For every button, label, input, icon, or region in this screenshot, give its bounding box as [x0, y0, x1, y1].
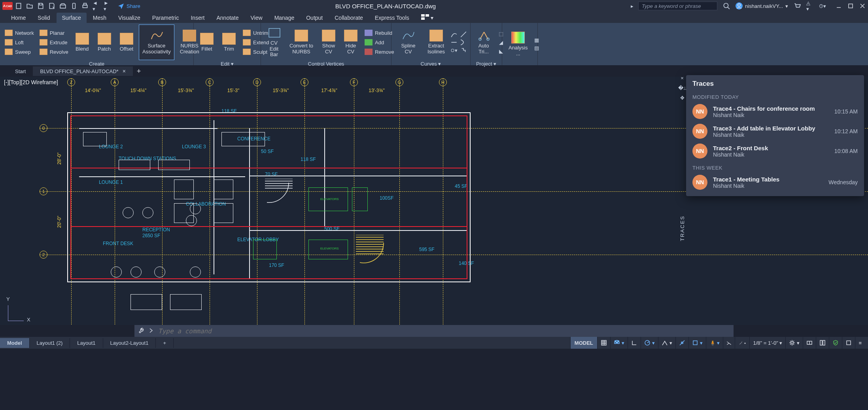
tab-home[interactable]: Home	[6, 13, 31, 23]
snap-icon[interactable]: ▾	[610, 337, 628, 349]
autodesk-icon[interactable]: ◬ ▾	[806, 2, 813, 9]
gizmo-icon[interactable]: ⋋	[723, 337, 735, 349]
curve-tool-2[interactable]	[450, 39, 458, 46]
tab-featured-apps[interactable]: ▾	[416, 12, 439, 23]
surface-associativity-button[interactable]: Surface Associativity	[139, 25, 174, 60]
close-traces-icon[interactable]: ×	[681, 75, 684, 81]
tab-insert[interactable]: Insert	[185, 13, 210, 23]
tab-mesh[interactable]: Mesh	[87, 13, 112, 23]
add-cv-button[interactable]: Add	[363, 38, 395, 46]
hide-cv-button[interactable]: Hide CV	[341, 25, 361, 60]
planar-button[interactable]: Planar	[38, 29, 70, 37]
new-icon[interactable]	[15, 2, 22, 9]
tab-visualize[interactable]: Visualize	[113, 13, 146, 23]
show-cv-button[interactable]: Show CV	[319, 25, 339, 60]
auto-trim-button[interactable]: Auto Tri...	[474, 25, 494, 60]
search-box[interactable]: Type a keyword or phrase	[638, 2, 717, 10]
tab-annotate[interactable]: Annotate	[211, 13, 244, 23]
analysis-tool-2[interactable]: ▨	[533, 45, 540, 52]
user-menu[interactable]: nishant.naikVY...▾	[736, 2, 788, 9]
trusted-icon[interactable]	[829, 337, 842, 349]
extract-isolines-button[interactable]: Extract Isolines	[424, 25, 448, 60]
modelspace-toggle[interactable]: MODEL	[570, 337, 597, 349]
panel-project-label[interactable]: Project ▾	[474, 60, 499, 67]
sweep-button[interactable]: Sweep	[3, 48, 36, 56]
customize-icon[interactable]: ≡	[855, 337, 865, 349]
ucs-icon[interactable]: Y X	[8, 300, 29, 321]
settings-traces-icon[interactable]: ✥	[680, 95, 685, 101]
spline-cv-button[interactable]: Spline CV	[395, 25, 422, 60]
tab-output[interactable]: Output	[301, 13, 328, 23]
cv-edit-bar-button[interactable]: CV Edit Bar	[264, 25, 284, 60]
tab-solid[interactable]: Solid	[32, 13, 55, 23]
trace-item[interactable]: NN Trace3 - Add table in Elevator Lobby …	[686, 121, 864, 141]
rebuild-button[interactable]: Rebuild	[363, 29, 395, 37]
save-icon[interactable]	[37, 2, 44, 9]
annoscale-icon[interactable]: ⟋⋆	[735, 337, 749, 349]
share-button[interactable]: Share	[118, 3, 140, 9]
trace-item[interactable]: NN Trace2 - Front Desk Nishant Naik 10:0…	[686, 141, 864, 161]
ortho-icon[interactable]	[628, 337, 641, 349]
trace-item[interactable]: NN Trace4 - Chairs for conference room N…	[686, 102, 864, 121]
curve-tool-3[interactable]: ▾	[450, 47, 458, 54]
layout-1[interactable]: Layout1	[70, 338, 103, 348]
osnap-icon[interactable]	[675, 337, 688, 349]
open-icon[interactable]	[26, 2, 33, 9]
command-input[interactable]	[158, 327, 734, 335]
trim-button[interactable]: Trim	[219, 25, 239, 60]
analysis-button[interactable]: Analysis ...	[505, 26, 531, 62]
tab-parametric[interactable]: Parametric	[147, 13, 185, 23]
pin-traces-icon[interactable]: �⟂	[678, 85, 686, 91]
analysis-tool-1[interactable]: ▦	[533, 37, 540, 44]
fillet-button[interactable]: Fillet	[197, 25, 217, 60]
quickprops-icon[interactable]	[816, 337, 829, 349]
tab-manage[interactable]: Manage	[269, 13, 300, 23]
add-tab-button[interactable]: +	[133, 66, 145, 77]
patch-button[interactable]: Patch	[95, 25, 114, 60]
chevron-right-icon[interactable]	[148, 327, 154, 335]
web-icon[interactable]	[59, 2, 66, 9]
maximize-button[interactable]	[847, 3, 854, 9]
start-tab[interactable]: Start	[8, 67, 33, 76]
curve-tool-1[interactable]	[450, 31, 458, 38]
tab-collaborate[interactable]: Collaborate	[329, 13, 369, 23]
network-button[interactable]: Network	[3, 29, 36, 37]
loft-button[interactable]: Loft	[3, 38, 36, 46]
clean-icon[interactable]	[842, 337, 855, 349]
add-layout-button[interactable]: +	[156, 338, 174, 348]
panel-curves-label[interactable]: Curves ▾	[395, 60, 467, 67]
gear-icon[interactable]: ▾	[785, 337, 803, 349]
grid-icon[interactable]	[597, 337, 610, 349]
tab-express[interactable]: Express Tools	[369, 13, 415, 23]
layout-2[interactable]: Layout2-Layout1	[103, 338, 156, 348]
extrude-button[interactable]: Extrude	[38, 38, 70, 46]
curve-tool-4[interactable]	[460, 31, 467, 38]
mobile-icon[interactable]	[70, 2, 78, 9]
close-button[interactable]	[859, 3, 866, 9]
drawing-tab[interactable]: BLVD OFFICE_PLAN-AUTOCAD* ×	[33, 66, 132, 76]
close-tab-icon[interactable]: ×	[123, 68, 126, 74]
tab-surface[interactable]: Surface	[57, 13, 87, 23]
polar-icon[interactable]: ▾	[641, 337, 658, 349]
curve-tool-6[interactable]	[460, 47, 467, 54]
command-line[interactable]	[134, 325, 734, 337]
curve-tool-5[interactable]	[460, 39, 467, 46]
blend-button[interactable]: Blend	[72, 25, 92, 60]
app-icon[interactable]: ACAD	[2, 2, 13, 10]
wrench-icon[interactable]	[138, 327, 145, 335]
layout-1-2[interactable]: Layout1 (2)	[30, 338, 70, 348]
scale-display[interactable]: 1/8" = 1'-0" ▾	[749, 337, 785, 349]
offset-button[interactable]: Offset	[117, 25, 136, 60]
revolve-button[interactable]: Revolve	[38, 48, 70, 56]
convert-nurbs-button[interactable]: Convert to NURBS	[286, 25, 316, 60]
isodraft-icon[interactable]: ▾	[658, 337, 675, 349]
3dosnap-icon[interactable]: ▾	[688, 337, 706, 349]
tab-view[interactable]: View	[245, 13, 268, 23]
redo-icon[interactable]: ► ▾	[104, 2, 111, 9]
layout-model[interactable]: Model	[0, 338, 30, 348]
panel-edit-label[interactable]: Edit ▾	[197, 60, 257, 67]
search-icon[interactable]	[723, 2, 730, 9]
remove-cv-button[interactable]: Remove	[363, 48, 395, 56]
undo-icon[interactable]: ◄ ▾	[93, 2, 100, 9]
minimize-button[interactable]	[836, 3, 842, 9]
